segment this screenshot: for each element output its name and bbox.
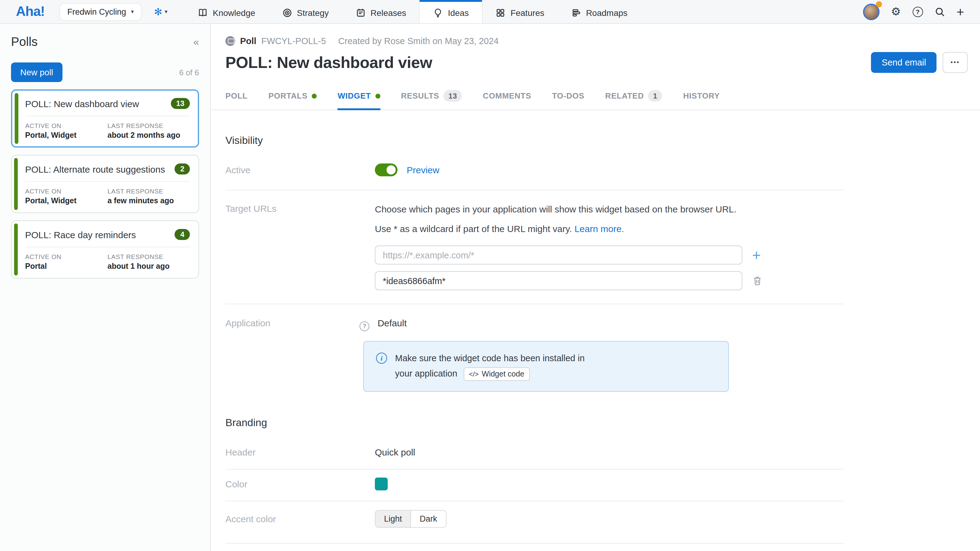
active-on-value: Portal [25,262,108,271]
tab-poll[interactable]: POLL [225,84,248,110]
nav-label: Features [511,8,544,17]
last-response-value: about 2 months ago [108,131,190,140]
help-button[interactable]: ? [912,6,923,17]
widget-code-info-box: i Make sure the widget code has been ins… [363,341,729,392]
new-poll-button[interactable]: New poll [11,62,62,82]
target-urls-label: Target URLs [225,203,375,290]
poll-card-title: POLL: New dashboard view [25,98,139,109]
nav-item-strategy[interactable]: Strategy [269,0,342,23]
add-url-icon[interactable]: + [752,248,761,262]
color-swatch[interactable] [375,477,388,490]
aha-logo[interactable]: Aha! [0,0,53,23]
search-icon [934,6,945,17]
active-dot-icon [375,94,380,98]
accent-light-option[interactable]: Light [375,510,411,527]
info-text-line2: your application </> Widget code [395,367,585,381]
widget-code-button[interactable]: </> Widget code [463,367,530,381]
active-on-label: ACTIVE ON [25,253,108,260]
workspace-selector[interactable]: Fredwin Cycling ▾ [59,3,142,21]
detail-tabs: POLL PORTALS WIDGET RESULTS13 COMMENTS T… [211,84,980,110]
active-dot-icon [312,94,317,98]
nav-item-releases[interactable]: Releases [342,0,420,23]
nav-label: Releases [371,8,406,17]
topnav-right-tools: ⚙ ? + [863,0,980,23]
more-options-button[interactable]: ••• [943,52,968,73]
bullseye-icon [282,8,292,17]
poll-type-icon [225,36,235,46]
poll-count: 6 of 6 [179,68,199,77]
info-text-line1: Make sure the widget code has been insta… [395,352,585,365]
related-count-badge: 1 [648,90,662,102]
tab-related[interactable]: RELATED1 [605,84,662,110]
target-url-input-1[interactable] [375,271,742,290]
target-urls-help: Choose which pages in your application w… [375,203,844,215]
active-toggle[interactable] [375,164,398,176]
plus-icon: + [956,5,964,18]
user-avatar[interactable] [863,3,879,20]
poll-card-alternate-route-suggestions[interactable]: POLL: Alternate route suggestions 2 ACTI… [11,155,199,213]
nav-label: Knowledge [213,8,255,17]
toggle-knob [387,165,396,175]
nav-item-ideas[interactable]: Ideas [420,0,482,23]
accent-color-segmented-control: Light Dark [375,510,447,527]
top-navigation: Aha! Fredwin Cycling ▾ ✻ ▾ Knowledge Str… [0,0,980,24]
info-icon: i [376,353,387,364]
tab-comments[interactable]: COMMENTS [483,84,531,110]
tab-history[interactable]: HISTORY [683,84,720,110]
application-value: Default [378,318,407,328]
workspace-name: Fredwin Cycling [67,7,126,16]
accent-dark-option[interactable]: Dark [411,510,446,527]
create-button[interactable]: + [956,5,964,18]
app-root: Aha! Fredwin Cycling ▾ ✻ ▾ Knowledge Str… [0,0,980,551]
created-by-text: Created by Rose Smith on May 23, 2024 [338,36,499,46]
response-count-badge: 13 [170,98,190,109]
tab-todos[interactable]: TO-DOS [552,84,584,110]
collapse-sidebar-button[interactable]: « [193,36,199,48]
chevron-down-icon: ▾ [165,9,167,15]
active-indicator-bar [15,93,18,144]
search-button[interactable] [934,6,945,17]
sparkle-icon: ✻ [154,6,162,17]
settings-button[interactable]: ⚙ [891,5,901,18]
tab-portals[interactable]: PORTALS [269,84,317,110]
learn-more-link[interactable]: Learn more. [574,223,624,233]
active-on-label: ACTIVE ON [25,122,108,129]
last-response-label: LAST RESPONSE [108,253,190,260]
ellipsis-icon: ••• [951,59,960,65]
ai-assistant-button[interactable]: ✻ ▾ [148,2,173,21]
active-on-value: Portal, Widget [25,131,108,140]
gantt-icon [571,8,581,17]
preview-link[interactable]: Preview [407,165,439,175]
delete-url-icon[interactable] [752,275,762,286]
lightbulb-icon [433,8,443,17]
nav-item-features[interactable]: Features [482,0,558,23]
tab-widget[interactable]: WIDGET [337,84,380,110]
header-value[interactable]: Quick poll [375,446,844,457]
record-id: FWCYL-POLL-5 [261,36,326,46]
send-email-button[interactable]: Send email [871,52,937,73]
results-count-badge: 13 [444,90,462,102]
sidebar-title: Polls [11,35,38,49]
nav-label: Strategy [297,8,329,17]
help-icon: ? [912,6,923,17]
application-help-icon[interactable]: ? [360,321,369,331]
active-label: Active [225,165,375,175]
target-urls-wildcard-help: Use * as a wildcard if part of the URL m… [375,222,844,235]
poll-card-race-day-reminders[interactable]: POLL: Race day reminders 4 ACTIVE ON Por… [11,221,199,279]
poll-card-title: POLL: Race day reminders [25,229,136,240]
nav-item-knowledge[interactable]: Knowledge [185,0,269,23]
notification-dot [875,1,882,7]
primary-nav: Knowledge Strategy Releases Ideas Featur… [185,0,641,23]
poll-card-new-dashboard-view[interactable]: POLL: New dashboard view 13 ACTIVE ON Po… [11,89,199,148]
target-url-input-new[interactable] [375,246,742,265]
response-count-badge: 4 [175,229,190,240]
record-type: Poll [240,36,256,46]
active-on-value: Portal, Widget [25,197,108,205]
tab-results[interactable]: RESULTS13 [401,84,462,110]
last-response-value: about 1 hour ago [108,262,190,271]
last-response-label: LAST RESPONSE [108,122,190,129]
poll-detail-panel: Poll FWCYL-POLL-5 Created by Rose Smith … [211,24,980,551]
header-label: Header [225,446,375,457]
nav-label: Roadmaps [586,8,627,17]
nav-item-roadmaps[interactable]: Roadmaps [558,0,641,23]
